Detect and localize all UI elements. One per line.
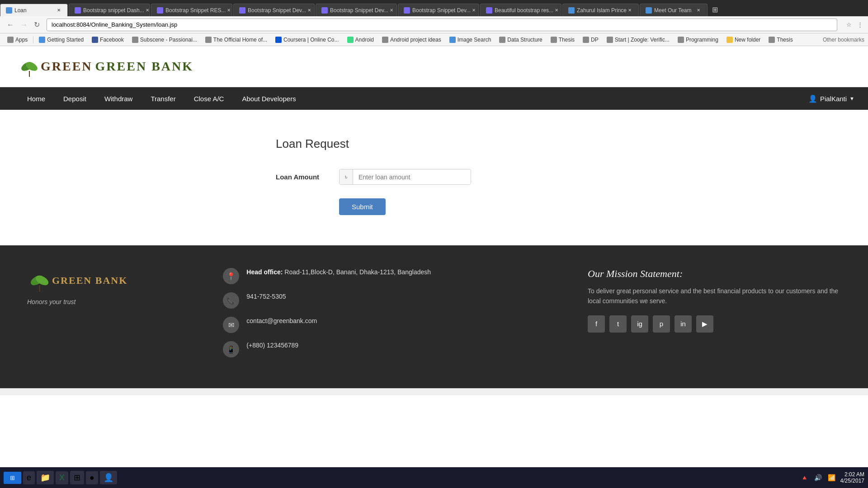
tab-close-icon[interactable]: ✕	[627, 7, 633, 13]
tab-close-icon[interactable]: ✕	[553, 7, 560, 13]
nav-home[interactable]: Home	[18, 88, 54, 109]
nav-links: Home Deposit Withdraw Transfer Close A/C…	[0, 88, 305, 109]
instagram-icon[interactable]: ig	[631, 315, 648, 333]
footer-contact-headoffice: 📍 Head office: Road-11,Block-D, Banani, …	[223, 268, 561, 284]
bookmark-favicon	[551, 37, 557, 43]
nav-deposit[interactable]: Deposit	[54, 88, 95, 109]
bookmark-favicon	[92, 37, 98, 43]
taskbar-excel-icon[interactable]: X	[56, 471, 68, 484]
start-button[interactable]: ⊞	[4, 472, 21, 484]
bookmark-subscene[interactable]: Subscene - Passionai...	[128, 36, 201, 44]
youtube-icon[interactable]: ▶	[696, 315, 713, 333]
facebook-icon[interactable]: f	[588, 315, 605, 333]
tab-close-icon[interactable]: ✕	[695, 7, 702, 13]
user-menu[interactable]: 👤 PialKanti ▼	[795, 88, 868, 110]
tab-6[interactable]: Bootstrap Snippet Dev... ✕	[398, 4, 479, 16]
bookmark-start[interactable]: Start | Zoogle: Verific...	[603, 36, 673, 44]
bookmark-label: Thesis	[559, 37, 575, 43]
nav-about-developers[interactable]: About Developers	[233, 88, 305, 109]
currency-prefix: ৳	[340, 169, 353, 184]
tab-2[interactable]: Bootstrap snippet Dash... ✕	[69, 4, 150, 16]
bookmark-favicon	[347, 37, 354, 43]
user-icon: 👤	[808, 94, 817, 103]
bookmark-programming[interactable]: Programming	[674, 36, 722, 44]
bookmark-coursera[interactable]: Coursera | Online Co...	[272, 36, 343, 44]
forward-button[interactable]: →	[17, 19, 31, 30]
tab-5[interactable]: Bootstrap Snippet Dev... ✕	[316, 4, 397, 16]
taskbar-volume-icon[interactable]: 🔊	[813, 473, 823, 483]
taskbar-user-icon[interactable]: 👤	[100, 471, 117, 484]
submit-button[interactable]: Submit	[339, 198, 386, 215]
nav-withdraw[interactable]: Withdraw	[95, 88, 142, 109]
page-header: GREEN GREEN BANK	[0, 46, 868, 87]
settings-icon[interactable]: ⋮	[855, 20, 864, 29]
tab-9[interactable]: Meet Our Team ✕	[640, 4, 708, 16]
bookmark-thesis-2[interactable]: Thesis	[765, 36, 796, 44]
address-bar	[47, 19, 837, 31]
loan-form-section: Loan Request Loan Amount ৳ Submit	[276, 137, 592, 215]
tab-bar: Loan ✕ Bootstrap snippet Dash... ✕ Boots…	[0, 0, 868, 16]
taskbar-ie-icon[interactable]: e	[23, 471, 35, 484]
tab-close-icon[interactable]: ✕	[226, 7, 232, 13]
pinterest-icon[interactable]: p	[653, 315, 670, 333]
bookmark-image-search[interactable]: Image Search	[446, 36, 495, 44]
bookmark-favicon	[678, 37, 684, 43]
taskbar-explorer-icon[interactable]: 📁	[37, 471, 54, 484]
more-tabs-icon[interactable]: ⊞	[708, 4, 722, 16]
tab-favicon	[6, 7, 12, 14]
bookmark-new-folder[interactable]: New folder	[723, 36, 764, 44]
taskbar-chrome-icon[interactable]: ●	[86, 471, 98, 484]
tab-4[interactable]: Bootstrap Snippet Dev... ✕	[233, 4, 315, 16]
other-bookmarks[interactable]: Other bookmarks	[823, 37, 864, 43]
tab-favicon	[75, 7, 81, 14]
bookmark-label: Start | Zoogle: Verific...	[615, 37, 670, 43]
bookmark-dp[interactable]: DP	[579, 36, 602, 44]
tab-8[interactable]: Zahurul Islam Prince ✕	[562, 4, 639, 16]
location-icon: 📍	[223, 268, 239, 284]
scroll-area	[0, 388, 868, 395]
tab-label: Bootstrap Snippet Dev...	[248, 7, 306, 14]
tab-close-icon[interactable]: ✕	[306, 7, 312, 13]
taskbar-notification-icon[interactable]: 🔺	[800, 473, 810, 483]
email-icon: ✉	[223, 317, 239, 333]
tab-close-icon[interactable]: ✕	[388, 7, 395, 13]
bookmark-facebook[interactable]: Facebook	[88, 36, 127, 44]
bookmark-label: Thesis	[777, 37, 793, 43]
footer-contact-mobile: 📱 (+880) 123456789	[223, 341, 561, 357]
footer-mission: Our Mission Statement: To deliver great …	[588, 268, 841, 366]
taskbar: ⊞ e 📁 X ⊞ ● 👤 🔺 🔊 📶 2:02 AM 4/25/2017	[0, 467, 868, 488]
address-input[interactable]	[47, 19, 837, 31]
nav-close-ac[interactable]: Close A/C	[185, 88, 233, 109]
taskbar-network-icon[interactable]: 📶	[827, 473, 837, 483]
linkedin-icon[interactable]: in	[675, 315, 692, 333]
bookmark-thesis[interactable]: Thesis	[547, 36, 578, 44]
tab-label: Bootstrap Snippet RES...	[165, 7, 226, 14]
tab-loan[interactable]: Loan ✕	[0, 4, 68, 16]
bookmark-android-ideas[interactable]: Android project ideas	[378, 36, 445, 44]
bookmark-android[interactable]: Android	[344, 36, 377, 44]
tab-close-icon[interactable]: ✕	[144, 7, 150, 13]
tab-3[interactable]: Bootstrap Snippet RES... ✕	[151, 4, 232, 16]
bookmark-data-structure[interactable]: Data Structure	[495, 36, 546, 44]
loan-amount-input[interactable]	[353, 170, 471, 184]
bookmark-label: Image Search	[458, 37, 491, 43]
tab-7[interactable]: Beautiful bootstrap res... ✕	[480, 4, 561, 16]
bookmark-favicon	[583, 37, 589, 43]
tab-label: Loan	[14, 7, 27, 14]
bookmark-label: Data Structure	[507, 37, 542, 43]
bookmark-getting-started[interactable]: Getting Started	[35, 36, 87, 44]
tab-close-icon[interactable]: ✕	[471, 7, 477, 13]
footer: GREEN BANK Honors your trust 📍 Head offi…	[0, 245, 868, 388]
tab-close-icon[interactable]: ✕	[56, 7, 62, 13]
taskbar-right: 🔺 🔊 📶 2:02 AM 4/25/2017	[800, 471, 864, 484]
bookmark-official-home[interactable]: The Official Home of...	[202, 36, 271, 44]
tab-label: Zahurul Islam Prince	[577, 7, 627, 14]
tab-label: Bootstrap Snippet Dev...	[412, 7, 471, 14]
bookmark-apps[interactable]: Apps	[4, 36, 31, 44]
taskbar-ms-icon[interactable]: ⊞	[70, 471, 84, 484]
nav-transfer[interactable]: Transfer	[142, 88, 184, 109]
reload-button[interactable]: ↻	[31, 19, 43, 30]
bookmark-star-icon[interactable]: ☆	[844, 20, 854, 29]
back-button[interactable]: ←	[4, 19, 17, 30]
twitter-icon[interactable]: t	[609, 315, 627, 333]
